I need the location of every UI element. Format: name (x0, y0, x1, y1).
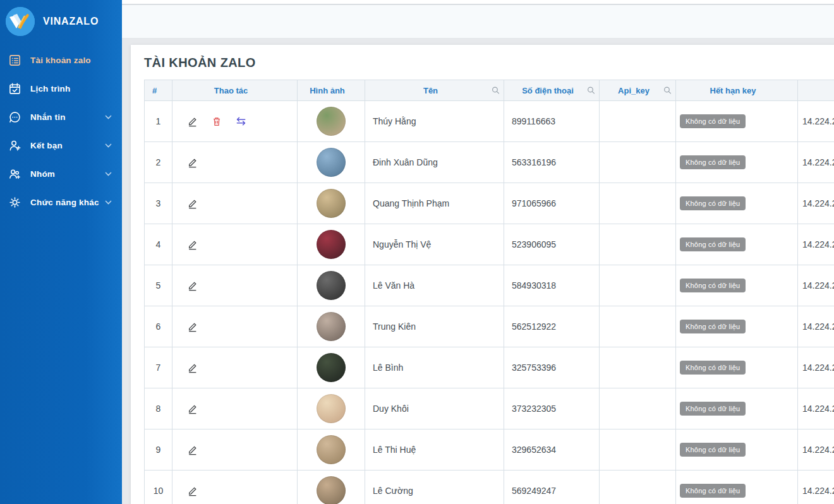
row-actions (172, 265, 298, 306)
row-extra: 14.224.201 (798, 183, 834, 224)
row-phone: 523906095 (504, 224, 600, 265)
row-extra: 14.224.201 (798, 388, 834, 429)
row-index: 10 (145, 471, 172, 504)
avatar (317, 230, 346, 259)
vinazalo-logo-icon (6, 7, 35, 36)
edit-button[interactable] (186, 443, 198, 456)
avatar (317, 394, 346, 423)
topbar (122, 5, 834, 39)
row-api-key (600, 388, 676, 429)
no-data-badge: Không có dữ liệu (680, 320, 746, 333)
table-row: 2 Đinh Xuân Dũng 563316196 (145, 142, 834, 183)
chevron-down-icon (105, 143, 112, 148)
no-data-badge: Không có dữ liệu (680, 402, 746, 416)
no-data-badge: Không có dữ liệu (680, 196, 746, 210)
chat-icon (7, 110, 22, 125)
row-api-key (600, 429, 676, 471)
edit-button[interactable] (186, 361, 198, 374)
edit-button[interactable] (186, 156, 198, 169)
search-icon[interactable] (663, 87, 672, 95)
row-extra: 14.224.201 (798, 471, 834, 504)
edit-button[interactable] (186, 279, 198, 292)
row-index: 3 (145, 183, 172, 224)
avatar (317, 107, 346, 136)
row-api-key (600, 471, 676, 504)
row-key-expiry: Không có dữ liệu (676, 429, 798, 471)
table-header-row: # Thao tác Hình ảnh Tên (145, 80, 834, 101)
row-key-expiry: Không có dữ liệu (676, 224, 798, 265)
column-header (798, 80, 834, 101)
chevron-down-icon (105, 172, 112, 177)
chevron-down-icon (105, 115, 112, 120)
row-extra: 14.224.201 (798, 265, 834, 306)
row-image-cell (298, 429, 365, 471)
edit-button[interactable] (186, 484, 198, 497)
sidebar-item-nhom[interactable]: Nhóm (0, 160, 122, 188)
avatar (317, 435, 346, 464)
column-header-label: Tên (423, 86, 438, 95)
search-icon[interactable] (492, 87, 500, 95)
row-index: 1 (145, 101, 172, 142)
column-header: Số điện thoại (504, 80, 600, 101)
no-data-badge: Không có dữ liệu (680, 237, 746, 251)
table-row: 4 Nguyễn Thị Vệ 523906095 (145, 224, 834, 265)
row-name: Thúy Hằng (365, 101, 504, 142)
no-data-badge: Không có dữ liệu (680, 443, 746, 457)
no-data-badge: Không có dữ liệu (680, 361, 746, 375)
column-header-label: Hết hạn key (710, 86, 756, 95)
sidebar-item-label: Nhóm (30, 169, 55, 179)
row-api-key (600, 183, 676, 224)
person-add-icon (7, 138, 22, 153)
row-key-expiry: Không có dữ liệu (676, 306, 798, 347)
row-name: Lê Cường (365, 471, 504, 504)
row-name: Quang Thịnh Phạm (365, 183, 504, 224)
edit-button[interactable] (186, 238, 198, 251)
row-name: Lê Văn Hà (365, 265, 504, 306)
row-phone: 325753396 (504, 347, 600, 388)
column-header: # (145, 80, 172, 101)
no-data-badge: Không có dữ liệu (680, 114, 746, 128)
row-index: 4 (145, 224, 172, 265)
delete-button[interactable] (210, 115, 223, 128)
row-actions (172, 142, 298, 183)
row-name: Nguyễn Thị Vệ (365, 224, 504, 265)
sidebar-item-chuc-nang-khac[interactable]: Chức năng khác (0, 188, 122, 217)
sidebar-nav: Tài khoản zalo Lịch trình Nhắn tin Kết b… (0, 46, 122, 217)
edit-button[interactable] (186, 320, 198, 333)
column-header: Hết hạn key (676, 80, 798, 101)
row-key-expiry: Không có dữ liệu (676, 101, 798, 142)
column-header-label: Thao tác (214, 86, 248, 95)
row-index: 6 (145, 306, 172, 347)
row-phone: 373232305 (504, 388, 600, 429)
row-extra: 14.224.201 (798, 306, 834, 347)
row-api-key (600, 265, 676, 306)
row-image-cell (298, 306, 365, 347)
sidebar-item-tai-khoan-zalo[interactable]: Tài khoản zalo (0, 46, 122, 75)
table-row: 6 Trung Kiên 562512922 (145, 306, 834, 347)
row-image-cell (298, 265, 365, 306)
table-row: 9 Lê Thi Huệ 329652634 (145, 429, 834, 471)
column-header: Api_key (600, 80, 676, 101)
swap-button[interactable] (235, 115, 248, 128)
row-key-expiry: Không có dữ liệu (676, 142, 798, 183)
row-name: Lê Bình (365, 347, 504, 388)
sidebar-item-lich-trinh[interactable]: Lịch trình (0, 75, 122, 103)
row-actions (172, 183, 298, 224)
account-list-icon (7, 53, 22, 68)
row-phone: 569249247 (504, 471, 600, 504)
avatar (317, 271, 346, 300)
sidebar-item-ket-ban[interactable]: Kết bạn (0, 131, 122, 160)
edit-button[interactable] (186, 197, 198, 210)
row-key-expiry: Không có dữ liệu (676, 347, 798, 388)
edit-button[interactable] (186, 115, 198, 128)
search-icon[interactable] (587, 87, 595, 95)
row-extra: 14.224.201 (798, 429, 834, 471)
sidebar-item-label: Chức năng khác (30, 198, 99, 207)
row-phone: 971065966 (504, 183, 600, 224)
row-index: 5 (145, 265, 172, 306)
column-header: Thao tác (172, 80, 298, 101)
edit-button[interactable] (186, 402, 198, 415)
brand[interactable]: VINAZALO (0, 0, 122, 44)
sidebar-item-nhan-tin[interactable]: Nhắn tin (0, 103, 122, 131)
no-data-badge: Không có dữ liệu (680, 155, 746, 169)
